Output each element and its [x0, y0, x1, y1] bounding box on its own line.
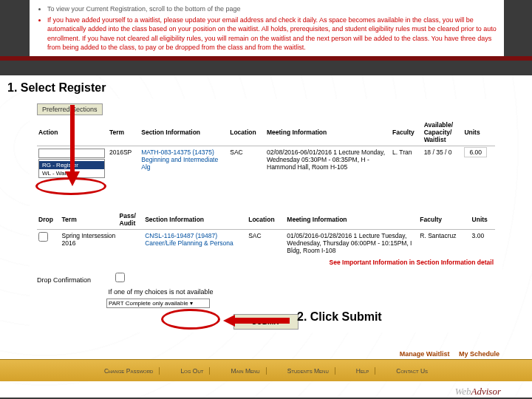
- cell-location2: SAC: [247, 230, 285, 257]
- drop-confirmation-label: Drop Confirmation: [37, 276, 91, 284]
- warning-line-2: If you have added yourself to a waitlist…: [47, 16, 497, 52]
- col-section2: Section Information: [143, 210, 247, 230]
- nav-log-out[interactable]: Log Out: [174, 367, 210, 375]
- nav-contact-us[interactable]: Contact Us: [390, 367, 434, 375]
- gold-nav-bar: Change Password Log Out Main Menu Studen…: [0, 359, 532, 381]
- cell-faculty2: R. Santacruz: [418, 230, 470, 257]
- nav-help[interactable]: Help: [350, 367, 375, 375]
- if-one-label: If one of my choices is not available: [109, 288, 214, 296]
- current-sections-table: Drop Term Pass/ Audit Section Informatio…: [37, 210, 495, 268]
- col-term2: Term: [61, 210, 118, 230]
- table-row: Spring Intersession 2016 CNSL-116-19487 …: [37, 230, 495, 257]
- preferred-sections-table: Action Term Section Information Location…: [37, 119, 495, 173]
- cell-location: SAC: [228, 146, 265, 174]
- drop-checkbox[interactable]: [38, 232, 48, 242]
- callout-step-2: 2. Click Submit: [297, 310, 382, 324]
- col-faculty: Faculty: [391, 119, 423, 146]
- warning-line-1: To view your Current Registration, scrol…: [47, 4, 497, 14]
- svg-marker-1: [65, 171, 80, 186]
- arrow-to-register: [64, 105, 81, 188]
- arrow-to-submit: [223, 315, 290, 328]
- svg-marker-2: [223, 315, 235, 327]
- cell-term: 2016SP: [108, 146, 140, 174]
- col-section: Section Information: [140, 119, 228, 146]
- my-schedule-link[interactable]: My Schedule: [459, 350, 499, 358]
- col-location2: Location: [247, 210, 285, 230]
- cell-avail: 18 / 35 / 0: [423, 146, 463, 174]
- callout-step-1: 1. Select Register: [7, 81, 106, 95]
- col-units: Units: [463, 119, 495, 146]
- drop-confirmation-checkbox[interactable]: [115, 273, 125, 282]
- table-row: RG - Register WL - Waitlist 2016SP MATH-…: [37, 146, 495, 174]
- col-units2: Units: [471, 210, 495, 230]
- cell-units: 6.00: [464, 147, 487, 157]
- webadvisor-logo: WebAdvisor: [455, 386, 501, 398]
- footer-links: Manage Waitlist My Schedule: [392, 350, 499, 358]
- nav-students-menu[interactable]: Students Menu: [282, 367, 335, 375]
- nav-main-menu[interactable]: Main Menu: [225, 367, 266, 375]
- manage-waitlist-link[interactable]: Manage Waitlist: [400, 350, 450, 358]
- col-drop: Drop: [37, 210, 61, 230]
- nav-change-password[interactable]: Change Password: [98, 367, 160, 375]
- red-note: See Important Information in Section Inf…: [330, 259, 494, 266]
- col-term: Term: [108, 119, 140, 146]
- part-complete-select[interactable]: PART Complete only available ▾: [106, 299, 210, 308]
- col-faculty2: Faculty: [418, 210, 470, 230]
- warning-list: To view your Current Registration, scrol…: [37, 4, 497, 52]
- col-location: Location: [228, 119, 265, 146]
- cell-meeting2: 01/05/2016-01/28/2016 1 Lecture Tuesday,…: [285, 230, 418, 257]
- cell-units2: 3.00: [471, 230, 495, 257]
- cell-section-link[interactable]: MATH-083-14375 (14375) Beginning and Int…: [140, 146, 228, 174]
- cell-term2: Spring Intersession 2016: [61, 230, 118, 257]
- cell-meeting: 02/08/2016-06/01/2016 1 Lecture Monday, …: [265, 146, 391, 174]
- registration-panel: Preferred Sections Action Term Section I…: [30, 99, 502, 332]
- cell-faculty: L. Tran: [391, 146, 423, 174]
- col-meeting: Meeting Information: [265, 119, 391, 146]
- col-meeting2: Meeting Information: [285, 210, 418, 230]
- cell-section-link2[interactable]: CNSL-116-19487 (19487) Career/Life Plann…: [143, 230, 247, 257]
- col-pass: Pass/ Audit: [118, 210, 144, 230]
- col-avail: Available/ Capacity/ Waitlist: [423, 119, 463, 146]
